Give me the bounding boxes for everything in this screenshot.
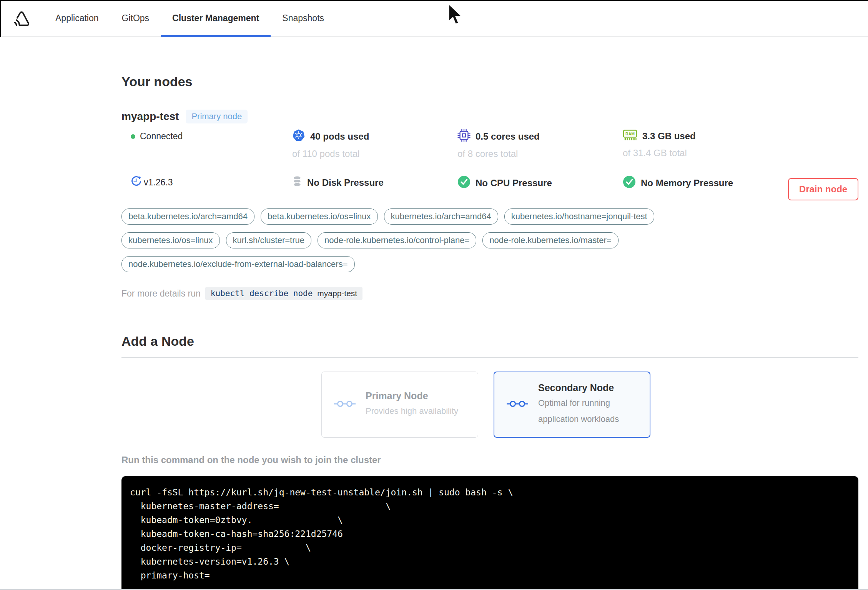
code-node-name: myapp-test bbox=[317, 289, 357, 298]
secondary-node-card[interactable]: Secondary Node Optimal for running appli… bbox=[494, 372, 650, 438]
primary-node-card[interactable]: Primary Node Provides high availability bbox=[321, 372, 478, 438]
node-label-chip: beta.kubernetes.io/os=linux bbox=[261, 208, 377, 225]
condition-label: No Disk Pressure bbox=[307, 177, 384, 188]
drain-node-button[interactable]: Drain node bbox=[788, 178, 858, 200]
cores-total: of 8 cores total bbox=[457, 148, 623, 159]
node-label-chip: node-role.kubernetes.io/master= bbox=[482, 232, 618, 248]
details-prefix: For more details run bbox=[121, 288, 201, 299]
node-label-chip: kubernetes.io/os=linux bbox=[121, 232, 220, 248]
pods-used: 40 pods used bbox=[310, 131, 369, 142]
version-label: v1.26.3 bbox=[144, 177, 173, 188]
terminal-line: docker-registry-ip= \ bbox=[130, 541, 849, 555]
status-label: Connected bbox=[140, 131, 183, 142]
pods-stat: 40 pods used of 110 pods total bbox=[292, 129, 457, 159]
kubectl-describe-code: kubectl describe node myapp-test bbox=[205, 287, 362, 300]
tab-application[interactable]: Application bbox=[44, 0, 110, 37]
app-logo[interactable] bbox=[11, 8, 32, 29]
card-description: Provides high availability bbox=[366, 403, 458, 419]
connected-dot-icon bbox=[131, 134, 135, 139]
kurl-logo-icon bbox=[11, 8, 32, 29]
join-command-instruction: Run this command on the node you wish to… bbox=[121, 455, 858, 465]
memory-total: of 31.4 GB total bbox=[623, 148, 858, 158]
add-node-title: Add a Node bbox=[121, 334, 858, 349]
condition-label: No Memory Pressure bbox=[641, 178, 733, 188]
check-circle-icon bbox=[623, 175, 636, 191]
ram-icon: RAM bbox=[623, 129, 637, 143]
node-label-chip: kurl.sh/cluster=true bbox=[226, 232, 311, 248]
node-type-selector: Primary Node Provides high availability bbox=[321, 372, 858, 438]
disk-icon bbox=[292, 175, 302, 190]
node-link-icon bbox=[507, 399, 528, 410]
tab-label: GitOps bbox=[122, 13, 150, 23]
node-status: Connected bbox=[131, 129, 292, 142]
tab-gitops[interactable]: GitOps bbox=[110, 0, 161, 37]
check-circle-icon bbox=[457, 175, 471, 191]
cluster-management-page: Application GitOps Cluster Management Sn… bbox=[0, 0, 868, 590]
tab-snapshots[interactable]: Snapshots bbox=[271, 0, 336, 37]
terminal-line: kubernetes-version=v1.26.3 \ bbox=[130, 555, 849, 568]
node-name: myapp-test bbox=[121, 110, 179, 123]
cores-stat: 0.5 cores used of 8 cores total bbox=[457, 129, 623, 159]
node-labels: beta.kubernetes.io/arch=amd64 beta.kuber… bbox=[121, 208, 737, 272]
node-link-icon bbox=[334, 399, 356, 410]
terminal-line: kubernetes-master-address= \ bbox=[130, 499, 849, 513]
code-command: kubectl describe node bbox=[211, 289, 313, 298]
memory-used: 3.3 GB used bbox=[642, 131, 696, 142]
cpu-pressure-condition: No CPU Pressure bbox=[457, 175, 623, 191]
tab-cluster-management[interactable]: Cluster Management bbox=[161, 0, 271, 37]
divider bbox=[121, 357, 858, 358]
svg-text:RAM: RAM bbox=[625, 132, 635, 136]
terminal-line: kubeadm-token=0ztbvy. \ bbox=[130, 513, 849, 527]
node-card: myapp-test Primary node Connected bbox=[121, 110, 858, 300]
node-label-chip: kubernetes.io/arch=amd64 bbox=[384, 208, 498, 225]
card-title: Secondary Node bbox=[538, 382, 634, 393]
kubernetes-icon bbox=[292, 129, 305, 144]
version-update-icon bbox=[131, 175, 142, 189]
disk-pressure-condition: No Disk Pressure bbox=[292, 175, 457, 190]
node-label-chip: kubernetes.io/hostname=jonquil-test bbox=[504, 208, 654, 225]
terminal-line: primary-host= bbox=[130, 568, 849, 582]
pods-total: of 110 pods total bbox=[292, 148, 457, 159]
terminal-line: kubeadm-token-ca-hash=sha256:221d25746 bbox=[130, 527, 849, 541]
divider bbox=[121, 98, 858, 98]
node-label-chip: node.kubernetes.io/exclude-from-external… bbox=[121, 256, 355, 272]
condition-label: No CPU Pressure bbox=[476, 178, 552, 188]
top-nav: Application GitOps Cluster Management Sn… bbox=[0, 0, 868, 37]
your-nodes-title: Your nodes bbox=[121, 37, 858, 89]
join-command-terminal[interactable]: curl -fsSL https://kurl.sh/jq-new-test-u… bbox=[121, 476, 858, 590]
cpu-icon bbox=[457, 129, 471, 144]
node-label-chip: beta.kubernetes.io/arch=amd64 bbox=[121, 208, 254, 225]
node-label-chip: node-role.kubernetes.io/control-plane= bbox=[318, 232, 476, 248]
card-description: Optimal for running application workload… bbox=[538, 395, 634, 427]
node-details-hint: For more details run kubectl describe no… bbox=[121, 287, 858, 300]
mouse-cursor bbox=[447, 3, 463, 28]
cores-used: 0.5 cores used bbox=[476, 131, 540, 142]
terminal-line: curl -fsSL https://kurl.sh/jq-new-test-u… bbox=[130, 485, 849, 499]
card-title: Primary Node bbox=[366, 390, 458, 402]
window-top-edge bbox=[0, 0, 868, 1]
tab-label: Cluster Management bbox=[172, 13, 259, 23]
memory-stat: RAM 3.3 GB used of 31.4 GB total bbox=[623, 129, 858, 158]
node-version: v1.26.3 bbox=[131, 175, 292, 189]
window-left-edge bbox=[0, 0, 1, 37]
primary-node-badge: Primary node bbox=[186, 110, 248, 123]
tab-label: Application bbox=[55, 13, 99, 23]
tab-label: Snapshots bbox=[282, 13, 324, 23]
